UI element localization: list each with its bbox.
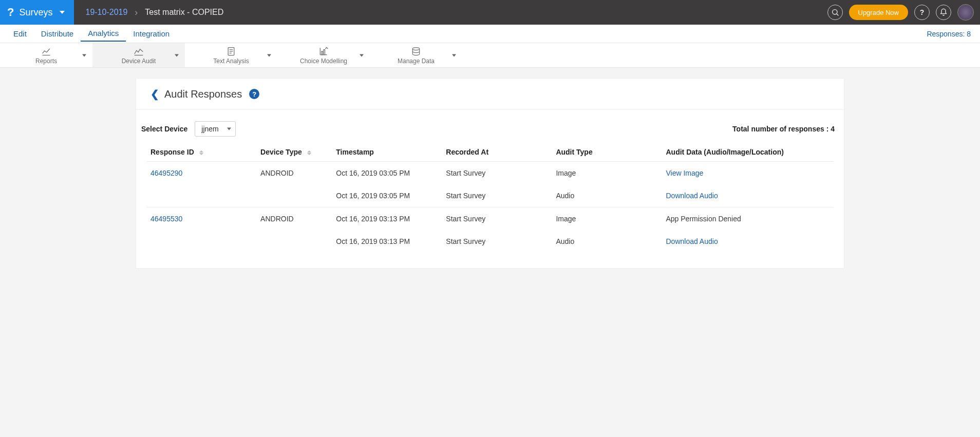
cell-audit-data: Download Audio: [662, 184, 834, 207]
cell-response-id: [146, 230, 256, 253]
cell-timestamp: Oct 16, 2019 03:05 PM: [332, 184, 442, 207]
cell-response-id: [146, 184, 256, 207]
notifications-button[interactable]: [936, 5, 951, 20]
breadcrumb-date[interactable]: 19-10-2019: [85, 8, 127, 17]
select-device-label: Select Device: [141, 125, 187, 133]
tabs-row: Edit Distribute Analytics Integration Re…: [0, 25, 980, 43]
search-icon: [831, 8, 839, 16]
reports-icon: [40, 46, 52, 56]
breadcrumb: 19-10-2019 › Test matrix - COPIED: [74, 7, 235, 18]
surveys-menu-button[interactable]: ? Surveys: [0, 0, 74, 25]
caret-down-icon: [175, 54, 179, 56]
breadcrumb-separator-icon: ›: [135, 7, 138, 18]
help-button[interactable]: ?: [914, 5, 930, 20]
tool-reports-label: Reports: [35, 58, 57, 65]
cell-recorded-at: Start Survey: [442, 230, 552, 253]
cell-recorded-at: Start Survey: [442, 162, 552, 185]
topbar-right: Upgrade Now ?: [827, 4, 981, 21]
table-row: Oct 16, 2019 03:05 PMStart SurveyAudioDo…: [146, 184, 834, 207]
cell-device-type: [256, 184, 332, 207]
cell-audit-type: Audio: [552, 184, 662, 207]
content-card: ❮ Audit Responses ? Select Device jjnem …: [136, 78, 844, 269]
th-response-id[interactable]: Response ID: [146, 143, 256, 162]
svg-rect-9: [324, 49, 325, 54]
caret-down-icon: [452, 54, 456, 56]
caret-down-icon: [360, 54, 364, 56]
tool-device-audit[interactable]: Device Audit: [92, 43, 185, 67]
svg-point-10: [412, 47, 419, 50]
cell-recorded-at: Start Survey: [442, 207, 552, 231]
audit-data-link[interactable]: Download Audio: [666, 237, 718, 245]
surveys-label: Surveys: [19, 7, 52, 18]
cell-recorded-at: Start Survey: [442, 184, 552, 207]
tool-text-analysis[interactable]: Text Analysis: [185, 43, 277, 67]
device-audit-icon: [133, 46, 145, 56]
th-timestamp: Timestamp: [332, 143, 442, 162]
cell-audit-type: Image: [552, 162, 662, 185]
back-button[interactable]: ❮: [150, 88, 159, 100]
bell-icon: [939, 8, 948, 16]
page-help-button[interactable]: ?: [249, 89, 259, 99]
upgrade-button[interactable]: Upgrade Now: [849, 5, 909, 20]
text-analysis-icon: [225, 46, 237, 56]
tool-choice-modelling-label: Choice Modelling: [300, 58, 347, 65]
cell-timestamp: Oct 16, 2019 03:13 PM: [332, 230, 442, 253]
breadcrumb-title: Test matrix - COPIED: [145, 8, 223, 17]
filter-row: Select Device jjnem Total number of resp…: [136, 110, 844, 143]
table-row: 46495530ANDROIDOct 16, 2019 03:13 PMStar…: [146, 207, 834, 231]
avatar[interactable]: [957, 4, 974, 21]
tool-choice-modelling[interactable]: Choice Modelling: [277, 43, 370, 67]
cell-timestamp: Oct 16, 2019 03:05 PM: [332, 162, 442, 185]
audit-table: Response ID Device Type Timestamp Record…: [146, 143, 834, 253]
cell-audit-type: Audio: [552, 230, 662, 253]
th-device-type[interactable]: Device Type: [256, 143, 332, 162]
choice-modelling-icon: [317, 46, 330, 56]
device-select[interactable]: jjnem: [195, 121, 236, 137]
cell-timestamp: Oct 16, 2019 03:13 PM: [332, 207, 442, 231]
cell-audit-data: App Permission Denied: [662, 207, 834, 231]
responses-count[interactable]: Responses: 8: [927, 30, 974, 38]
brand-logo-icon: ?: [7, 6, 14, 19]
search-button[interactable]: [827, 5, 843, 20]
caret-down-icon: [60, 11, 65, 14]
total-responses-label: Total number of responses : 4: [732, 125, 839, 133]
help-icon: ?: [920, 8, 925, 16]
cell-device-type: ANDROID: [256, 207, 332, 231]
caret-down-icon: [267, 54, 271, 56]
toolrow: Reports Device Audit Text Analysis Choic…: [0, 43, 980, 68]
cell-audit-data: Download Audio: [662, 230, 834, 253]
tool-reports[interactable]: Reports: [0, 43, 92, 67]
card-header: ❮ Audit Responses ?: [136, 79, 844, 110]
th-recorded-at: Recorded At: [442, 143, 552, 162]
response-id-link[interactable]: 46495290: [150, 169, 182, 177]
tool-manage-data-label: Manage Data: [398, 58, 435, 65]
page-title: Audit Responses: [164, 88, 242, 100]
tool-text-analysis-label: Text Analysis: [213, 58, 249, 65]
sort-icon: [307, 150, 311, 155]
topbar: ? Surveys 19-10-2019 › Test matrix - COP…: [0, 0, 980, 25]
table-body: 46495290ANDROIDOct 16, 2019 03:05 PMStar…: [146, 162, 834, 253]
tab-distribute[interactable]: Distribute: [34, 26, 81, 41]
audit-data-link[interactable]: View Image: [666, 169, 703, 177]
tab-integration[interactable]: Integration: [126, 26, 177, 41]
manage-data-icon: [410, 46, 422, 56]
sort-icon: [199, 150, 203, 155]
cell-audit-data: View Image: [662, 162, 834, 185]
caret-down-icon: [82, 54, 86, 56]
svg-rect-8: [322, 51, 323, 55]
table-row: 46495290ANDROIDOct 16, 2019 03:05 PMStar…: [146, 162, 834, 185]
caret-down-icon: [227, 128, 231, 130]
cell-audit-type: Image: [552, 207, 662, 231]
table-row: Oct 16, 2019 03:13 PMStart SurveyAudioDo…: [146, 230, 834, 253]
table-header-row: Response ID Device Type Timestamp Record…: [146, 143, 834, 162]
tool-manage-data[interactable]: Manage Data: [370, 43, 462, 67]
tab-analytics[interactable]: Analytics: [81, 26, 126, 42]
tool-device-audit-label: Device Audit: [122, 58, 156, 65]
svg-line-1: [837, 14, 838, 15]
tab-edit[interactable]: Edit: [6, 26, 34, 41]
audit-data-link[interactable]: Download Audio: [666, 192, 718, 200]
cell-response-id: 46495290: [146, 162, 256, 185]
response-id-link[interactable]: 46495530: [150, 215, 182, 223]
cell-device-type: [256, 230, 332, 253]
cell-device-type: ANDROID: [256, 162, 332, 185]
